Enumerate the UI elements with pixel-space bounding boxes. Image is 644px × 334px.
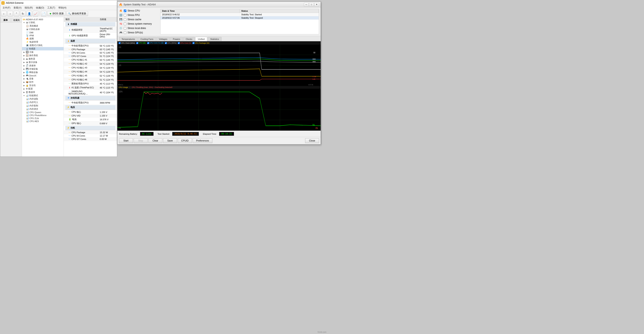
tree-cpu-queen[interactable]: 📊 CPU Queen <box>22 111 64 114</box>
tree-directx[interactable]: ▶ 🎮 DirectX <box>22 74 64 77</box>
menu-tab[interactable]: 菜单 <box>0 18 11 22</box>
sensor-type-value: ThinkPad EC (ACPI) <box>98 27 117 33</box>
menu-tools[interactable]: 工具(T) <box>46 6 56 10</box>
ipmi-label: IPMI <box>30 34 34 37</box>
close-x-button[interactable]: ✕ <box>314 3 319 6</box>
tree-mem-write[interactable]: 📊 内存写入 <box>22 101 64 104</box>
back-button[interactable]: ‹ <box>1 11 6 16</box>
tree-software[interactable]: ▶ 📦 软件 <box>22 80 64 84</box>
preferences-button[interactable]: Preferences <box>193 138 212 143</box>
favorites-tab[interactable]: 收藏夹 <box>11 18 22 22</box>
server-label: 服务器 <box>28 57 35 60</box>
tree-network[interactable]: ▶ 🌐 网络设备 <box>22 71 64 74</box>
save-button[interactable]: Save <box>163 138 177 143</box>
stress-memory-checkbox[interactable] <box>124 23 126 25</box>
driver-update-button[interactable]: 🔍 驱动程序更新 <box>66 11 88 16</box>
tree-overclock[interactable]: 🔥 超频 <box>22 37 64 40</box>
tree-device[interactable]: ▶ 🔌 设备 <box>22 77 64 80</box>
stress-cpu-checkbox[interactable] <box>124 9 126 12</box>
tab-unified[interactable]: Unified <box>195 37 207 41</box>
up-button[interactable]: ⌃ <box>14 11 19 16</box>
tab-statistics[interactable]: Statistics <box>208 37 222 41</box>
legend-cpu-core-v-checkbox[interactable] <box>178 42 180 44</box>
legend-cpu-temp-checkbox[interactable] <box>136 42 138 44</box>
tree-database[interactable]: ▶ 🗄 数据库 <box>22 90 64 94</box>
tree-cpu-aes[interactable]: 📊 CPU AES <box>22 120 64 123</box>
stress-gpu-checkbox[interactable] <box>124 31 126 34</box>
forward-button[interactable]: › <box>7 11 13 16</box>
tree-benchmark[interactable]: ▼ 📊 性能测试 <box>22 94 64 97</box>
tree-motherboard[interactable]: ▶ 🔲 主板 <box>22 50 64 54</box>
legend-cpu-core1-checkbox[interactable] <box>147 42 149 44</box>
tree-security[interactable]: ▶ 🔒 安全性 <box>22 84 64 87</box>
tab-cooling-fans[interactable]: Cooling Fans <box>138 37 156 41</box>
gpu-core-v-icon: 〰 <box>68 122 71 124</box>
stop-button[interactable]: Stop <box>134 138 148 143</box>
cpuid-button[interactable]: CPUID <box>178 138 192 143</box>
legend-cpu-clock-checkbox[interactable] <box>118 42 120 44</box>
menu-favorites[interactable]: 收藏(O) <box>34 6 46 10</box>
tree-power[interactable]: ⚡ 电源管理 <box>22 40 64 44</box>
stress-cache-checkbox[interactable] <box>124 18 126 21</box>
button-row: Start Stop Clear Save CPUID Preferences … <box>118 137 320 144</box>
expand-icon: ▶ <box>23 81 25 83</box>
tab-powers[interactable]: Powers <box>170 37 183 41</box>
cpu-photoworxx-label: CPU PhotoWorxx <box>30 114 46 116</box>
driver-update-label: 驱动程序更新 <box>72 12 86 15</box>
bios-update-button[interactable]: ▼ BIOS 更新 <box>47 11 66 16</box>
menu-report[interactable]: 报告(R) <box>23 6 34 10</box>
user-button[interactable]: 👤 <box>26 11 32 16</box>
cpu-ia-w-label: 〰CPU IA Cores <box>64 134 98 138</box>
table-row: 〰CPU #1/核心 #2 54 °C (129 °F) <box>64 62 117 66</box>
close-button[interactable]: Close <box>305 138 319 143</box>
tree-os[interactable]: ▶ 🪟 操作系统 <box>22 54 64 57</box>
tab-temperatures[interactable]: Temperatures <box>119 37 138 41</box>
tree-config[interactable]: ▶ ⚙ 配置 <box>22 87 64 90</box>
dmi-label: DMI <box>30 31 33 34</box>
computer-name-label: 计算机名称 <box>29 28 40 31</box>
battery-v-label: 🔋电池 <box>64 117 98 121</box>
tree-display[interactable]: ▶ 🖥 显示设备 <box>22 60 64 64</box>
stress-gpu-icon: 🎮 <box>119 31 122 34</box>
tab-clocks[interactable]: Clocks <box>183 37 195 41</box>
expand-icon: ▼ <box>23 21 25 24</box>
tree-cpu-photoworxx[interactable]: 📊 CPU PhotoWorxx <box>22 114 64 117</box>
refresh-button[interactable]: ↻ <box>20 11 26 16</box>
cpu-core6-value: 51 °C (124 °F) <box>98 78 117 82</box>
tree-cpu-zlib[interactable]: 📊 CPU ZLib <box>22 117 64 120</box>
start-button[interactable]: Start <box>119 138 133 143</box>
stress-cpu-item: 🔥 Stress CPU <box>119 9 159 12</box>
maximize-button[interactable]: □ <box>309 3 314 6</box>
tree-server[interactable]: ▶ 🖧 服务器 <box>22 57 64 60</box>
tree-portable[interactable]: 💻 便携式计算机 <box>22 44 64 47</box>
tab-bar: Temperatures Cooling Fans Voltages Power… <box>118 36 320 41</box>
tree-mem-read[interactable]: 📊 内存读取 <box>22 97 64 101</box>
legend-cpu-pkg-w-checkbox[interactable] <box>192 42 194 44</box>
graph-button[interactable]: 📈 <box>33 11 38 16</box>
clear-button[interactable]: Clear <box>148 138 162 143</box>
tree-dmi[interactable]: 📄 DMI <box>22 31 64 34</box>
tree-computer-name[interactable]: 🖥 计算机名称 <box>22 27 64 31</box>
table-row: 〰CPU GT Cores 51 °C (124 °F) <box>64 54 117 58</box>
minimize-button[interactable]: — <box>304 3 309 6</box>
menu-help[interactable]: 帮助(H) <box>57 6 68 10</box>
legend-cpu-rpm-checkbox[interactable] <box>165 42 167 44</box>
tree-mem-latency[interactable]: 📊 内存潜伏 <box>22 107 64 111</box>
table-row: 〰图形处理器(GPU) 45 °C (113 °F) <box>64 82 117 86</box>
stress-cache-item: 💾 Stress cache <box>119 18 159 21</box>
stress-fpu-checkbox[interactable] <box>124 14 126 16</box>
menu-view[interactable]: 查看(V) <box>12 6 23 10</box>
stress-memory-icon: 🧠 <box>119 22 122 25</box>
stress-disk-checkbox[interactable] <box>124 27 126 29</box>
tree-sys-overview[interactable]: 📋 系统概述 <box>22 24 64 27</box>
tree-storage[interactable]: ▶ 💾 存储设备 <box>22 67 64 71</box>
tree-sensor[interactable]: 🌡 传感器 <box>22 47 64 50</box>
tab-voltages[interactable]: Voltages <box>156 37 170 41</box>
tree-ipmi[interactable]: 📡 IPMI <box>22 34 64 37</box>
tree-multimedia[interactable]: ▶ 🎵 多媒体 <box>22 64 64 67</box>
menu-file[interactable]: 文件(F) <box>1 6 12 10</box>
tree-computer[interactable]: ▼ 🖥 计算机 <box>22 21 64 24</box>
report-button[interactable]: 📄 <box>41 11 46 16</box>
fan-section-icon: ❄ <box>67 97 70 99</box>
tree-mem-copy[interactable]: 📊 内存复制 <box>22 104 64 107</box>
